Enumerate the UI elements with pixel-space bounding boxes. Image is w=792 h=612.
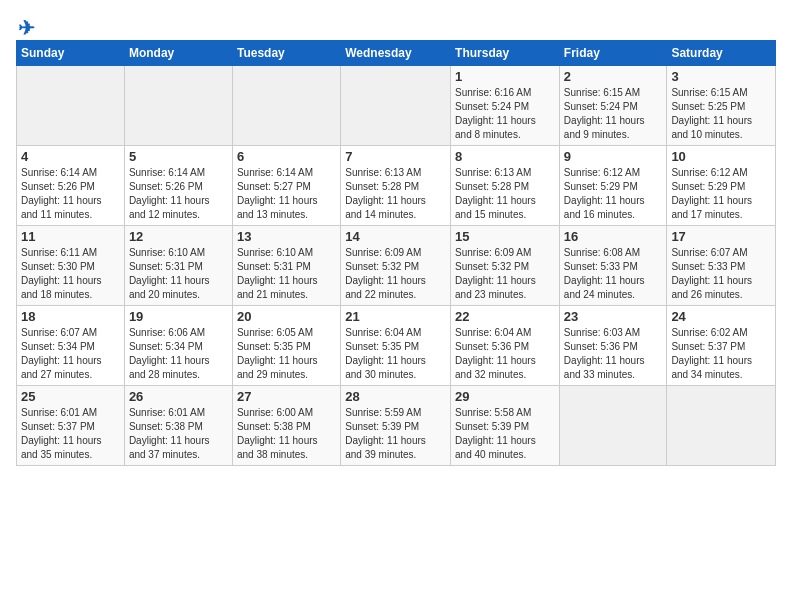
day-info: Sunrise: 6:10 AM Sunset: 5:31 PM Dayligh… xyxy=(129,246,228,302)
day-info: Sunrise: 6:00 AM Sunset: 5:38 PM Dayligh… xyxy=(237,406,336,462)
day-number: 22 xyxy=(455,309,555,324)
calendar-cell: 5Sunrise: 6:14 AM Sunset: 5:26 PM Daylig… xyxy=(124,146,232,226)
day-number: 10 xyxy=(671,149,771,164)
calendar-header-monday: Monday xyxy=(124,41,232,66)
calendar-cell: 8Sunrise: 6:13 AM Sunset: 5:28 PM Daylig… xyxy=(451,146,560,226)
calendar-cell: 13Sunrise: 6:10 AM Sunset: 5:31 PM Dayli… xyxy=(232,226,340,306)
calendar-cell: 17Sunrise: 6:07 AM Sunset: 5:33 PM Dayli… xyxy=(667,226,776,306)
day-info: Sunrise: 6:12 AM Sunset: 5:29 PM Dayligh… xyxy=(564,166,663,222)
day-number: 23 xyxy=(564,309,663,324)
day-info: Sunrise: 6:15 AM Sunset: 5:24 PM Dayligh… xyxy=(564,86,663,142)
day-info: Sunrise: 6:14 AM Sunset: 5:26 PM Dayligh… xyxy=(21,166,120,222)
calendar-cell: 24Sunrise: 6:02 AM Sunset: 5:37 PM Dayli… xyxy=(667,306,776,386)
calendar-cell: 28Sunrise: 5:59 AM Sunset: 5:39 PM Dayli… xyxy=(341,386,451,466)
calendar-cell: 4Sunrise: 6:14 AM Sunset: 5:26 PM Daylig… xyxy=(17,146,125,226)
calendar-cell: 16Sunrise: 6:08 AM Sunset: 5:33 PM Dayli… xyxy=(559,226,667,306)
calendar-week-row: 4Sunrise: 6:14 AM Sunset: 5:26 PM Daylig… xyxy=(17,146,776,226)
calendar-cell: 19Sunrise: 6:06 AM Sunset: 5:34 PM Dayli… xyxy=(124,306,232,386)
day-number: 15 xyxy=(455,229,555,244)
header: ✈ xyxy=(16,16,776,36)
day-info: Sunrise: 6:09 AM Sunset: 5:32 PM Dayligh… xyxy=(455,246,555,302)
calendar-cell: 21Sunrise: 6:04 AM Sunset: 5:35 PM Dayli… xyxy=(341,306,451,386)
day-info: Sunrise: 6:04 AM Sunset: 5:35 PM Dayligh… xyxy=(345,326,446,382)
calendar-cell: 6Sunrise: 6:14 AM Sunset: 5:27 PM Daylig… xyxy=(232,146,340,226)
day-number: 3 xyxy=(671,69,771,84)
day-number: 24 xyxy=(671,309,771,324)
day-number: 19 xyxy=(129,309,228,324)
page-container: ✈ SundayMondayTuesdayWednesdayThursdayFr… xyxy=(0,0,792,474)
calendar-header-saturday: Saturday xyxy=(667,41,776,66)
calendar-header-row: SundayMondayTuesdayWednesdayThursdayFrid… xyxy=(17,41,776,66)
day-number: 18 xyxy=(21,309,120,324)
day-number: 25 xyxy=(21,389,120,404)
day-info: Sunrise: 6:13 AM Sunset: 5:28 PM Dayligh… xyxy=(345,166,446,222)
calendar-cell xyxy=(341,66,451,146)
day-number: 4 xyxy=(21,149,120,164)
calendar-cell: 26Sunrise: 6:01 AM Sunset: 5:38 PM Dayli… xyxy=(124,386,232,466)
calendar-cell xyxy=(124,66,232,146)
day-number: 29 xyxy=(455,389,555,404)
day-number: 27 xyxy=(237,389,336,404)
day-number: 11 xyxy=(21,229,120,244)
calendar-cell: 12Sunrise: 6:10 AM Sunset: 5:31 PM Dayli… xyxy=(124,226,232,306)
day-info: Sunrise: 6:16 AM Sunset: 5:24 PM Dayligh… xyxy=(455,86,555,142)
day-info: Sunrise: 6:07 AM Sunset: 5:34 PM Dayligh… xyxy=(21,326,120,382)
day-number: 1 xyxy=(455,69,555,84)
calendar-cell xyxy=(667,386,776,466)
calendar-cell: 20Sunrise: 6:05 AM Sunset: 5:35 PM Dayli… xyxy=(232,306,340,386)
day-info: Sunrise: 6:02 AM Sunset: 5:37 PM Dayligh… xyxy=(671,326,771,382)
day-info: Sunrise: 5:59 AM Sunset: 5:39 PM Dayligh… xyxy=(345,406,446,462)
day-info: Sunrise: 6:15 AM Sunset: 5:25 PM Dayligh… xyxy=(671,86,771,142)
day-info: Sunrise: 5:58 AM Sunset: 5:39 PM Dayligh… xyxy=(455,406,555,462)
calendar-header-wednesday: Wednesday xyxy=(341,41,451,66)
day-info: Sunrise: 6:08 AM Sunset: 5:33 PM Dayligh… xyxy=(564,246,663,302)
calendar-table: SundayMondayTuesdayWednesdayThursdayFrid… xyxy=(16,40,776,466)
day-number: 6 xyxy=(237,149,336,164)
day-info: Sunrise: 6:04 AM Sunset: 5:36 PM Dayligh… xyxy=(455,326,555,382)
day-number: 7 xyxy=(345,149,446,164)
day-info: Sunrise: 6:01 AM Sunset: 5:37 PM Dayligh… xyxy=(21,406,120,462)
calendar-cell: 1Sunrise: 6:16 AM Sunset: 5:24 PM Daylig… xyxy=(451,66,560,146)
day-info: Sunrise: 6:03 AM Sunset: 5:36 PM Dayligh… xyxy=(564,326,663,382)
day-info: Sunrise: 6:05 AM Sunset: 5:35 PM Dayligh… xyxy=(237,326,336,382)
day-number: 14 xyxy=(345,229,446,244)
day-info: Sunrise: 6:10 AM Sunset: 5:31 PM Dayligh… xyxy=(237,246,336,302)
calendar-cell: 3Sunrise: 6:15 AM Sunset: 5:25 PM Daylig… xyxy=(667,66,776,146)
calendar-cell: 25Sunrise: 6:01 AM Sunset: 5:37 PM Dayli… xyxy=(17,386,125,466)
calendar-cell: 9Sunrise: 6:12 AM Sunset: 5:29 PM Daylig… xyxy=(559,146,667,226)
calendar-cell xyxy=(559,386,667,466)
calendar-header-tuesday: Tuesday xyxy=(232,41,340,66)
calendar-header-sunday: Sunday xyxy=(17,41,125,66)
calendar-cell: 7Sunrise: 6:13 AM Sunset: 5:28 PM Daylig… xyxy=(341,146,451,226)
calendar-week-row: 1Sunrise: 6:16 AM Sunset: 5:24 PM Daylig… xyxy=(17,66,776,146)
day-number: 5 xyxy=(129,149,228,164)
calendar-cell: 18Sunrise: 6:07 AM Sunset: 5:34 PM Dayli… xyxy=(17,306,125,386)
calendar-header-thursday: Thursday xyxy=(451,41,560,66)
day-info: Sunrise: 6:11 AM Sunset: 5:30 PM Dayligh… xyxy=(21,246,120,302)
day-info: Sunrise: 6:13 AM Sunset: 5:28 PM Dayligh… xyxy=(455,166,555,222)
calendar-cell: 14Sunrise: 6:09 AM Sunset: 5:32 PM Dayli… xyxy=(341,226,451,306)
calendar-cell: 23Sunrise: 6:03 AM Sunset: 5:36 PM Dayli… xyxy=(559,306,667,386)
day-number: 13 xyxy=(237,229,336,244)
day-info: Sunrise: 6:01 AM Sunset: 5:38 PM Dayligh… xyxy=(129,406,228,462)
logo: ✈ xyxy=(16,16,35,36)
day-number: 16 xyxy=(564,229,663,244)
logo-bird-icon: ✈ xyxy=(18,16,35,40)
day-info: Sunrise: 6:14 AM Sunset: 5:27 PM Dayligh… xyxy=(237,166,336,222)
calendar-cell: 15Sunrise: 6:09 AM Sunset: 5:32 PM Dayli… xyxy=(451,226,560,306)
calendar-header-friday: Friday xyxy=(559,41,667,66)
day-number: 28 xyxy=(345,389,446,404)
day-number: 17 xyxy=(671,229,771,244)
day-number: 8 xyxy=(455,149,555,164)
day-number: 9 xyxy=(564,149,663,164)
day-info: Sunrise: 6:09 AM Sunset: 5:32 PM Dayligh… xyxy=(345,246,446,302)
calendar-cell: 29Sunrise: 5:58 AM Sunset: 5:39 PM Dayli… xyxy=(451,386,560,466)
calendar-cell: 22Sunrise: 6:04 AM Sunset: 5:36 PM Dayli… xyxy=(451,306,560,386)
day-number: 12 xyxy=(129,229,228,244)
calendar-week-row: 25Sunrise: 6:01 AM Sunset: 5:37 PM Dayli… xyxy=(17,386,776,466)
calendar-cell: 11Sunrise: 6:11 AM Sunset: 5:30 PM Dayli… xyxy=(17,226,125,306)
calendar-cell: 10Sunrise: 6:12 AM Sunset: 5:29 PM Dayli… xyxy=(667,146,776,226)
day-info: Sunrise: 6:14 AM Sunset: 5:26 PM Dayligh… xyxy=(129,166,228,222)
calendar-week-row: 18Sunrise: 6:07 AM Sunset: 5:34 PM Dayli… xyxy=(17,306,776,386)
day-info: Sunrise: 6:07 AM Sunset: 5:33 PM Dayligh… xyxy=(671,246,771,302)
